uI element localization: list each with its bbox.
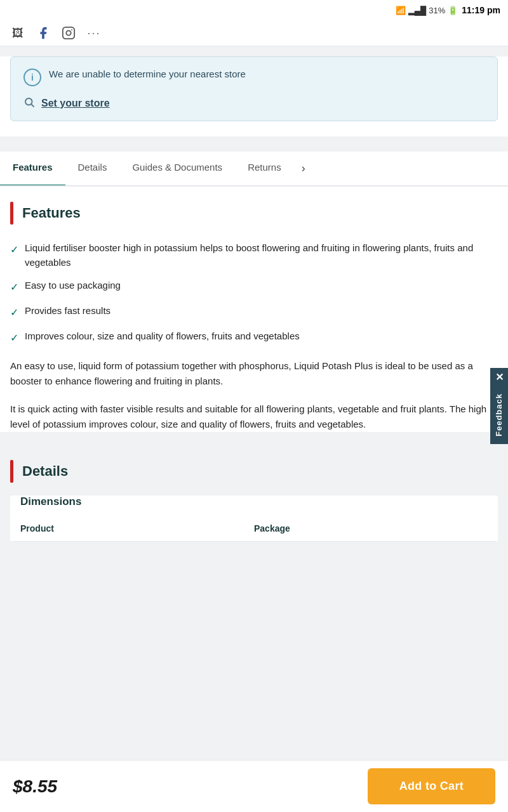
feedback-tab: ✕ Feedback [490, 368, 508, 444]
add-to-cart-button[interactable]: Add to Cart [368, 768, 495, 804]
status-time: 11:19 pm [462, 5, 500, 15]
status-icons: 📶 ▂▄█ 31% 🔋 [396, 6, 458, 15]
features-paragraph-2: It is quick acting with faster visible r… [10, 402, 498, 432]
tab-more[interactable]: › [294, 152, 313, 185]
section-gap [0, 136, 508, 152]
signal-icon: ▂▄█ [408, 6, 426, 15]
checkmark-icon: ✓ [10, 331, 18, 346]
more-options-icon[interactable]: ··· [86, 25, 102, 41]
checkmark-icon: ✓ [10, 280, 18, 295]
status-bar: 📶 ▂▄█ 31% 🔋 11:19 pm [0, 0, 508, 20]
instagram-icon[interactable] [61, 25, 76, 41]
tab-returns[interactable]: Returns [235, 152, 294, 187]
bottom-bar: $8.55 Add to Cart [0, 760, 508, 812]
details-section: Details Dimensions Product Package [0, 445, 508, 552]
svg-point-3 [25, 98, 32, 105]
features-heading: Features [10, 187, 498, 235]
main-content: Features ✓ Liquid fertiliser booster hig… [0, 187, 508, 432]
checkmark-icon: ✓ [10, 305, 18, 320]
features-title: Features [22, 205, 81, 221]
red-accent-bar [10, 202, 13, 225]
search-icon [23, 96, 35, 110]
chevron-right-icon: › [302, 162, 305, 175]
list-item: ✓ Improves colour, size and quality of f… [10, 329, 498, 346]
checkmark-icon: ✓ [10, 242, 18, 258]
red-accent-bar-2 [10, 460, 13, 483]
info-icon: i [23, 69, 41, 86]
feedback-label[interactable]: Feedback [490, 386, 508, 444]
column-package: Package [254, 523, 488, 534]
tabs-bar: Features Details Guides & Documents Retu… [0, 152, 508, 187]
column-product: Product [20, 523, 254, 534]
set-store-row: Set your store [23, 96, 485, 110]
wifi-icon: 📶 [396, 6, 406, 15]
svg-point-2 [71, 29, 72, 30]
features-paragraph-1: An easy to use, liquid form of potassium… [10, 358, 498, 389]
feedback-close-button[interactable]: ✕ [490, 368, 508, 386]
battery-level: 31% [429, 6, 445, 15]
svg-rect-0 [63, 27, 74, 39]
top-icons-bar: 🖼 ··· [0, 20, 508, 46]
set-store-button[interactable]: Set your store [41, 98, 110, 109]
tab-guides[interactable]: Guides & Documents [119, 152, 235, 187]
dimensions-heading: Dimensions [10, 495, 498, 508]
details-heading: Details [10, 460, 498, 483]
list-item: ✓ Liquid fertiliser booster high in pota… [10, 241, 498, 270]
store-banner: i We are unable to determine your neares… [10, 56, 498, 121]
tab-details[interactable]: Details [65, 152, 120, 187]
feature-list: ✓ Liquid fertiliser booster high in pota… [10, 241, 498, 346]
store-banner-message: We are unable to determine your nearest … [49, 67, 246, 81]
photo-icon[interactable]: 🖼 [10, 25, 25, 41]
table-header-row: Product Package [10, 516, 498, 542]
store-banner-info: i We are unable to determine your neares… [23, 67, 485, 86]
battery-icon: 🔋 [448, 6, 458, 15]
facebook-icon[interactable] [36, 25, 51, 41]
svg-point-1 [66, 30, 70, 35]
list-item: ✓ Provides fast results [10, 304, 498, 320]
list-item: ✓ Easy to use packaging [10, 278, 498, 295]
svg-line-4 [31, 104, 34, 107]
price-display: $8.55 [13, 776, 57, 797]
tab-features[interactable]: Features [0, 152, 65, 187]
details-title: Details [22, 463, 68, 480]
